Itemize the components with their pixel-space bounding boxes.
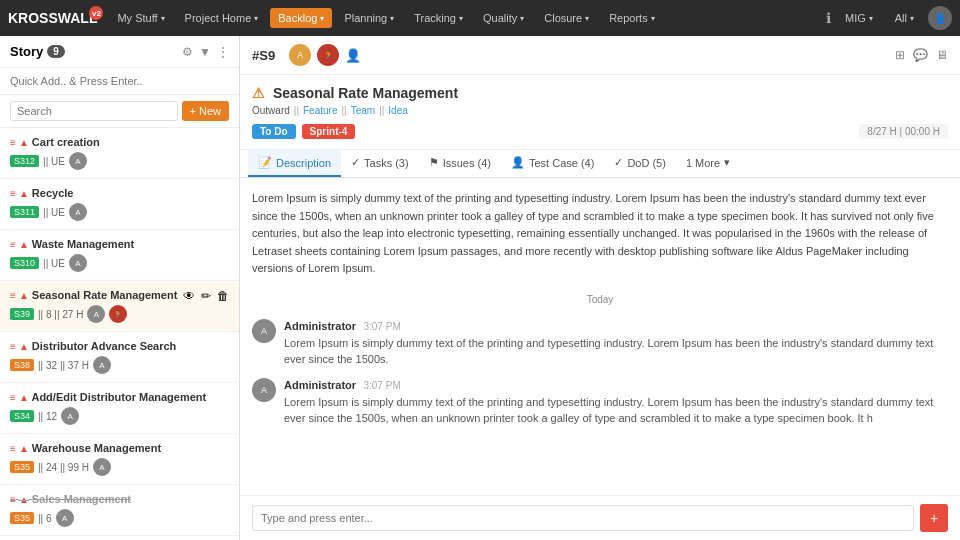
tab-description[interactable]: 📝 Description	[248, 150, 341, 177]
screen-icon[interactable]: 🖥	[936, 48, 948, 62]
nav-project-home[interactable]: Project Home▾	[177, 8, 267, 28]
nav-quality[interactable]: Quality▾	[475, 8, 532, 28]
feature-tag[interactable]: Feature	[303, 105, 337, 116]
story-name: ⚠ Seasonal Rate Management	[252, 85, 948, 101]
story-avatar: A	[87, 305, 105, 323]
logo-version-badge: v2	[89, 6, 103, 20]
nav-closure[interactable]: Closure▾	[536, 8, 597, 28]
nav-user[interactable]: MIG▾	[837, 8, 881, 28]
story-meta: S310 || UE A	[10, 254, 229, 272]
comment-author: Administrator	[284, 379, 356, 391]
settings-icon[interactable]: ⚙	[182, 45, 193, 59]
meta-text: || UE	[43, 258, 65, 269]
delete-icon[interactable]: 🗑	[217, 289, 229, 303]
outward-tag: Outward	[252, 105, 290, 116]
story-item[interactable]: ≡ ▲ Distributor Advance Search S38 || 32…	[0, 332, 239, 383]
story-assign-icon[interactable]: 👤	[345, 48, 361, 63]
story-tag: S311	[10, 206, 39, 218]
story-title: ≡ ▲ Recycle	[10, 187, 229, 199]
story-item[interactable]: ≡ ▲ Recycle S311 || UE A	[0, 179, 239, 230]
story-tag: S310	[10, 257, 39, 269]
quick-add-area	[0, 68, 239, 95]
story-title: ≡ ▲ Waste Management	[10, 238, 229, 250]
story-item[interactable]: ≡ ▲ Cart creation S312 || UE A	[0, 128, 239, 179]
filter-icon[interactable]: ▼	[199, 45, 211, 59]
todo-badge[interactable]: To Do	[252, 124, 296, 139]
logo[interactable]: KROSSWALLv2	[8, 10, 97, 26]
eye-icon[interactable]: 👁	[183, 289, 195, 303]
warning-triangle-icon: ⚠	[252, 85, 265, 101]
comment-time: 3:07 PM	[363, 321, 400, 332]
dod-tab-icon: ✓	[614, 156, 623, 169]
nav-all[interactable]: All▾	[887, 8, 922, 28]
comment-icon[interactable]: 💬	[913, 48, 928, 62]
story-avatar: A	[69, 254, 87, 272]
team-tag[interactable]: Team	[351, 105, 375, 116]
tabs-row: 📝 Description ✓ Tasks (3) ⚑ Issues (4) 👤…	[240, 150, 960, 178]
left-header: Story 9 ⚙ ▼ ⋮	[0, 36, 239, 68]
nav-tracking[interactable]: Tracking▾	[406, 8, 471, 28]
story-meta: S39 || 8 || 27 H A 🏃	[10, 305, 177, 323]
nav-backlog[interactable]: Backlog▾	[270, 8, 332, 28]
new-button[interactable]: + New	[182, 101, 230, 121]
story-title: ≡ ▲ Seasonal Rate Management	[10, 289, 177, 301]
tab-issues[interactable]: ⚑ Issues (4)	[419, 150, 501, 177]
sprint-badge[interactable]: Sprint-4	[302, 124, 356, 139]
story-meta: S311 || UE A	[10, 203, 229, 221]
type-icon: ▲	[19, 443, 29, 454]
nav-my-stuff[interactable]: My Stuff▾	[109, 8, 172, 28]
story-item-active[interactable]: ≡ ▲ Seasonal Rate Management S39 || 8 ||…	[0, 281, 239, 332]
story-title: ≡ ▲ Distributor Advance Search	[10, 340, 229, 352]
story-item[interactable]: ≡ ▲ Warehouse Management S35 || 24 || 99…	[0, 434, 239, 485]
story-item[interactable]: ≡ ▲ Distributor Management S36 A	[0, 536, 239, 540]
type-icon: ▲	[19, 188, 29, 199]
tab-tasks[interactable]: ✓ Tasks (3)	[341, 150, 419, 177]
badges-row: To Do Sprint-4 8/27 H | 00:00 H	[252, 124, 948, 139]
left-panel: Story 9 ⚙ ▼ ⋮ + New ≡ ▲ Cart creation	[0, 36, 240, 540]
right-panel: #S9 A 🏃 👤 ⊞ 💬 🖥 ⚠ Seasonal Rate Manageme…	[240, 36, 960, 540]
type-icon: ▲	[19, 494, 29, 505]
nav-planning[interactable]: Planning▾	[336, 8, 402, 28]
comment-item: A Administrator 3:07 PM Lorem Ipsum is s…	[252, 319, 948, 368]
quick-add-input[interactable]	[10, 75, 229, 87]
testcase-tab-icon: 👤	[511, 156, 525, 169]
comment-body: Administrator 3:07 PM Lorem Ipsum is sim…	[284, 378, 948, 427]
story-title: ≡ ▲ Cart creation	[10, 136, 229, 148]
story-avatar: A	[69, 203, 87, 221]
search-bar: + New	[0, 95, 239, 128]
story-avatar: A	[93, 356, 111, 374]
meta-text: || 24 || 99 H	[38, 462, 89, 473]
comments-section: Today A Administrator 3:07 PM Lorem Ipsu…	[252, 290, 948, 427]
expand-icon[interactable]: ⊞	[895, 48, 905, 62]
idea-tag[interactable]: Idea	[388, 105, 407, 116]
more-tab-arrow: ▾	[724, 156, 730, 169]
comment-input-area: +	[240, 495, 960, 540]
tag-separator: ||	[294, 105, 299, 116]
story-item[interactable]: ≡ ▲ Add/Edit Distributor Management S34 …	[0, 383, 239, 434]
comment-input[interactable]	[252, 505, 914, 531]
search-input[interactable]	[10, 101, 178, 121]
user-avatar[interactable]: 👤	[928, 6, 952, 30]
comment-text: Lorem Ipsum is simply dummy text of the …	[284, 335, 948, 368]
story-avatar: A	[61, 407, 79, 425]
tag-row: Outward || Feature || Team || Idea	[252, 105, 948, 116]
more-icon[interactable]: ⋮	[217, 45, 229, 59]
comment-time: 3:07 PM	[363, 380, 400, 391]
comment-send-button[interactable]: +	[920, 504, 948, 532]
story-item[interactable]: ≡ ▲ Waste Management S310 || UE A	[0, 230, 239, 281]
edit-icon[interactable]: ✏	[201, 289, 211, 303]
story-tag: S35	[10, 512, 34, 524]
comment-avatar: A	[252, 378, 276, 402]
story-item[interactable]: ≡ ▲ Sales Management S35 || 6 A	[0, 485, 239, 536]
story-tag: S34	[10, 410, 34, 422]
tab-testcase[interactable]: 👤 Test Case (4)	[501, 150, 604, 177]
nav-reports[interactable]: Reports▾	[601, 8, 663, 28]
tab-more[interactable]: 1 More ▾	[676, 150, 740, 177]
info-icon[interactable]: ℹ	[826, 10, 831, 26]
story-id: #S9	[252, 48, 275, 63]
warning-icon: ≡	[10, 239, 16, 250]
tab-dod[interactable]: ✓ DoD (5)	[604, 150, 676, 177]
tag-separator: ||	[341, 105, 346, 116]
type-icon: ▲	[19, 392, 29, 403]
type-icon: ▲	[19, 341, 29, 352]
